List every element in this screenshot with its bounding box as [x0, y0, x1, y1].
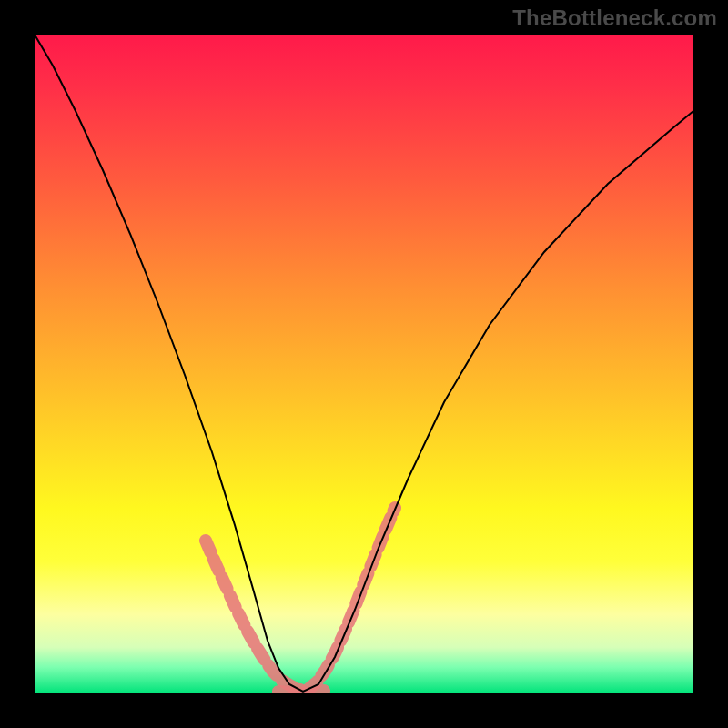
- curve-svg: [35, 35, 693, 693]
- marker-band-right: [308, 508, 395, 690]
- watermark-label: TheBottleneck.com: [512, 5, 717, 31]
- chart-frame: TheBottleneck.com: [0, 0, 728, 728]
- plot-area: [35, 35, 693, 693]
- marker-band-left: [206, 541, 300, 690]
